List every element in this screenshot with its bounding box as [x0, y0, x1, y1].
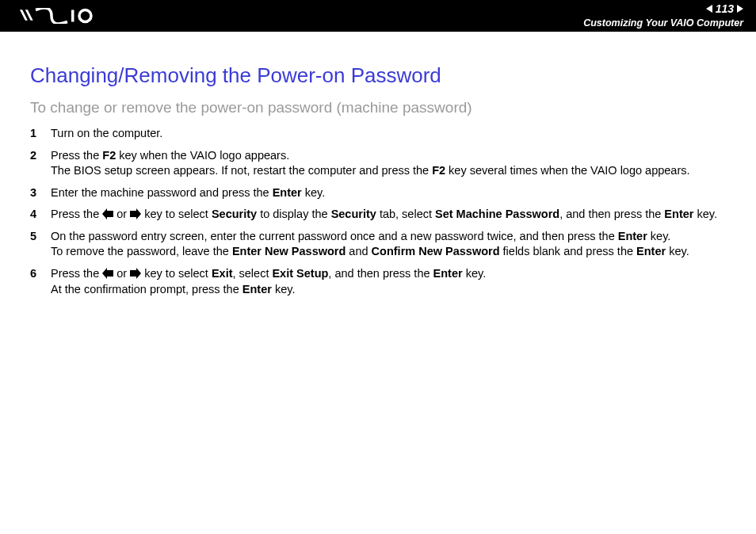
step-number: 3 — [30, 185, 51, 201]
text: to display the — [257, 208, 331, 220]
text: tab, select — [376, 208, 435, 220]
step-number: 4 — [30, 207, 51, 223]
step-number: 1 — [30, 126, 51, 142]
text: key when the VAIO logo appears. — [116, 149, 289, 162]
bold-text: Set Machine Password — [435, 208, 559, 220]
text: On the password entry screen, enter the … — [51, 230, 618, 242]
next-page-icon[interactable] — [737, 5, 743, 13]
text: and — [346, 245, 371, 257]
arrow-left-icon — [102, 268, 113, 279]
step-body: Press the or key to select Security to d… — [51, 207, 726, 223]
text: Enter the machine password and press the — [51, 186, 273, 199]
bold-text: Enter — [636, 245, 666, 257]
bold-text: Security — [212, 208, 257, 220]
step: 1Turn on the computer. — [30, 126, 726, 142]
bold-text: Enter — [433, 267, 463, 280]
steps-list: 1Turn on the computer.2Press the F2 key … — [30, 126, 726, 297]
step: 3Enter the machine password and press th… — [30, 185, 726, 201]
bold-text: F2 — [102, 149, 116, 162]
text: At the confirmation prompt, press the — [51, 283, 242, 296]
text: Press the — [51, 267, 102, 280]
bold-text: Security — [331, 208, 376, 220]
text: or — [113, 208, 130, 220]
arrow-left-icon — [102, 208, 113, 219]
svg-rect-0 — [71, 10, 74, 22]
text: Press the — [51, 149, 102, 162]
content-area: Changing/Removing the Power-on Password … — [0, 32, 756, 297]
text: key several times when the VAIO logo app… — [445, 164, 689, 177]
text: , and then press the — [328, 267, 433, 280]
step-body: Turn on the computer. — [51, 126, 726, 142]
text: key to select — [141, 208, 212, 220]
text: , select — [232, 267, 272, 280]
step: 2Press the F2 key when the VAIO logo app… — [30, 148, 726, 179]
vaio-logo — [16, 0, 103, 32]
breadcrumb: Customizing Your VAIO Computer — [583, 17, 743, 29]
bold-text: F2 — [432, 164, 445, 177]
bold-text: Exit Setup — [272, 267, 328, 280]
text: key. — [693, 208, 717, 220]
bold-text: Enter — [242, 283, 272, 296]
text: key to select — [141, 267, 212, 280]
svg-marker-5 — [130, 268, 141, 279]
page-subtitle: To change or remove the power-on passwor… — [30, 99, 726, 116]
prev-page-icon[interactable] — [706, 5, 712, 13]
arrow-right-icon — [130, 268, 141, 279]
bold-text: Enter — [618, 230, 647, 242]
step-body: Press the or key to select Exit, select … — [51, 266, 726, 297]
text: key. — [302, 186, 326, 199]
text: , and then press the — [559, 208, 664, 220]
arrow-right-icon — [130, 208, 141, 219]
text: key. — [647, 230, 671, 242]
page-number: 113 — [716, 2, 734, 16]
bold-text: Exit — [212, 267, 233, 280]
step-body: On the password entry screen, enter the … — [51, 229, 726, 260]
text: fields blank and press the — [500, 245, 637, 257]
bold-text: Enter — [664, 208, 693, 220]
bold-text: Enter New Password — [232, 245, 346, 257]
text: Turn on the computer. — [51, 127, 162, 139]
page-header: 113 Customizing Your VAIO Computer — [0, 0, 756, 32]
text: The BIOS setup screen appears. If not, r… — [51, 164, 432, 177]
bold-text: Confirm New Password — [372, 245, 500, 257]
page-title: Changing/Removing the Power-on Password — [30, 63, 726, 88]
text: To remove the password, leave the — [51, 245, 232, 257]
text: key. — [272, 283, 296, 296]
step-number: 5 — [30, 229, 51, 260]
svg-point-1 — [79, 10, 91, 22]
step: 4Press the or key to select Security to … — [30, 207, 726, 223]
step-body: Press the F2 key when the VAIO logo appe… — [51, 148, 726, 179]
text: key. — [666, 245, 689, 257]
svg-marker-4 — [102, 268, 113, 279]
text: key. — [463, 267, 487, 280]
bold-text: Enter — [273, 186, 302, 199]
step-body: Enter the machine password and press the… — [51, 185, 726, 201]
text: Press the — [51, 208, 102, 220]
step: 5On the password entry screen, enter the… — [30, 229, 726, 260]
step-number: 2 — [30, 148, 51, 179]
text: or — [113, 267, 130, 280]
page-nav: 113 — [583, 2, 743, 16]
step: 6Press the or key to select Exit, select… — [30, 266, 726, 297]
svg-marker-3 — [130, 208, 141, 219]
header-right: 113 Customizing Your VAIO Computer — [583, 2, 743, 29]
svg-marker-2 — [102, 208, 113, 219]
step-number: 6 — [30, 266, 51, 297]
